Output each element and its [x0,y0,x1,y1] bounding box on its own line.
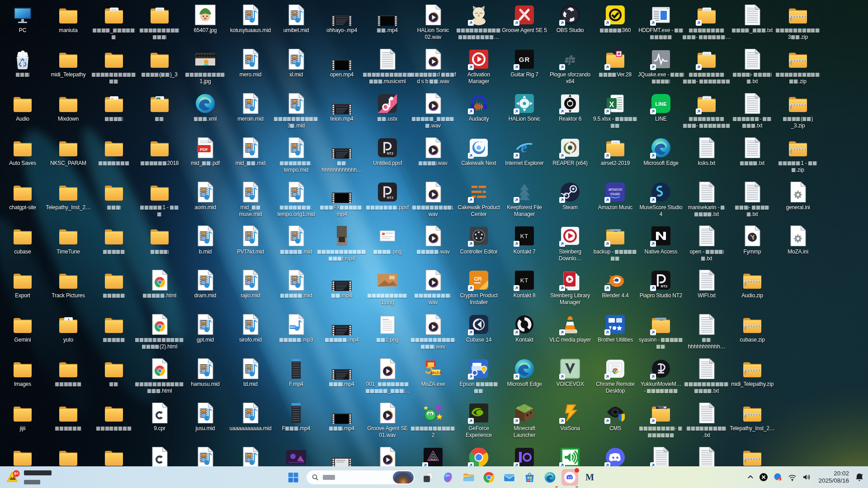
svg-text:sfz: sfz [565,54,575,65]
svg-text:NT2: NT2 [660,284,668,288]
svg-text:LINE: LINE [655,101,666,107]
svg-text:9+: 9+ [14,471,19,476]
svg-text:KT: KT [520,233,529,239]
svg-text:X: X [609,100,614,109]
svg-text:music: music [610,192,621,196]
svg-text:NT2: NT2 [387,151,393,155]
svg-text:MoZA: MoZA [431,371,442,375]
svg-text:KT: KT [520,277,529,284]
svg-text:MP3: MP3 [290,326,295,328]
svg-text:amazon: amazon [609,187,623,192]
svg-text:NT2: NT2 [387,196,393,200]
svg-text:PDF: PDF [200,147,208,152]
svg-text:GR: GR [519,56,530,63]
svg-text:CPI: CPI [474,277,482,282]
svg-text:z: z [861,473,863,476]
svg-text:M: M [585,472,594,482]
svg-text:e: e [521,139,527,155]
